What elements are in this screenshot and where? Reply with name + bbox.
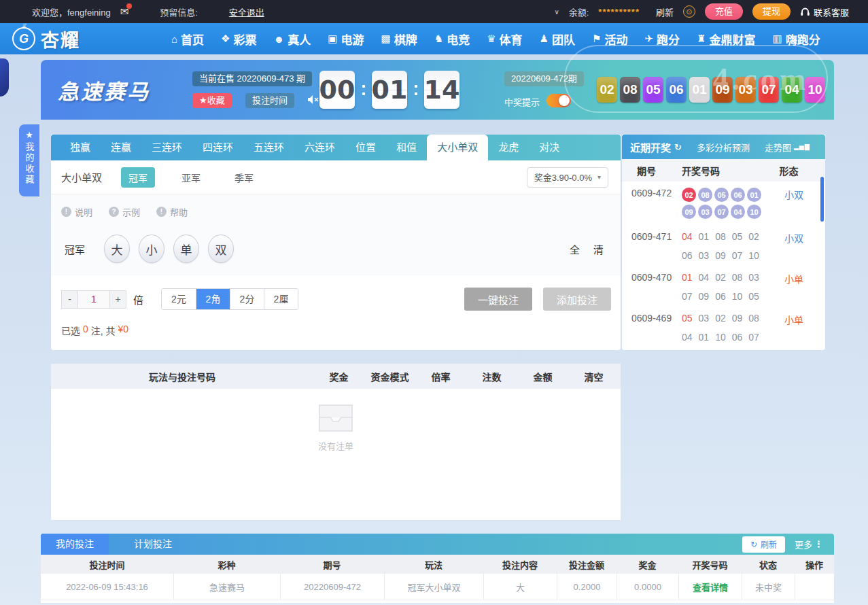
tab-lianying[interactable]: 连赢: [101, 135, 141, 160]
tab-sanlianhuan[interactable]: 三连环: [141, 135, 192, 160]
tab-silianhuan[interactable]: 四连环: [192, 135, 243, 160]
more-link[interactable]: 更多 ⋮: [795, 538, 823, 551]
balance-caret-icon[interactable]: ∨: [554, 8, 559, 16]
brand-logo[interactable]: ♕ G 杏耀: [12, 26, 80, 52]
balance-refresh-link[interactable]: 刷新: [656, 5, 674, 18]
nav-item-jinding[interactable]: ♜金鼎财富: [697, 31, 755, 48]
tab-liulianhuan[interactable]: 六连环: [294, 135, 345, 160]
nav-item-team[interactable]: ♟团队: [540, 31, 575, 48]
recent-title[interactable]: 近期开奖 ↻: [630, 140, 682, 154]
option-small[interactable]: 小: [139, 235, 164, 263]
trend-chart-link[interactable]: 走势图 ▂▅▇: [765, 141, 810, 154]
recent-results-panel: 近期开奖 ↻ 多彩分析预测 走势图 ▂▅▇ 期号 开奖号码 形态 0609-47…: [622, 135, 825, 350]
nav-item-boardgames[interactable]: ▩棋牌: [381, 31, 417, 48]
result-ball: 08: [620, 77, 640, 103]
recharge-button[interactable]: 充值: [705, 3, 743, 20]
win-tip-toggle[interactable]: [546, 94, 571, 107]
crown-icon: ♕: [21, 22, 27, 29]
bar-chart-icon: ▂▅▇: [794, 143, 810, 150]
mute-icon[interactable]: [307, 94, 319, 107]
result-ball: 02: [597, 77, 617, 103]
esports-icon: ♞: [434, 33, 443, 45]
help-bangzhu[interactable]: !帮助: [156, 205, 188, 218]
result-ball: 06: [731, 188, 745, 202]
unit-yuan[interactable]: 2元: [162, 289, 196, 309]
mail-icon[interactable]: ✉: [120, 5, 129, 18]
tab-weizhi[interactable]: 位置: [345, 135, 386, 160]
navbar: ♕ G 杏耀 ⌂首页 ❖彩票 ☻真人 ▣电游 ▩棋牌 ♞电竞 ♛体育 ♟团队 ⚑…: [0, 23, 868, 54]
tab-daxiaodanshuang[interactable]: 大小单双: [427, 135, 488, 160]
home-icon: ⌂: [171, 33, 177, 45]
nav-item-hipaofen[interactable]: ▥嗨跑分: [773, 31, 820, 48]
result-ball: 03: [735, 77, 756, 103]
countdown-hours: 00: [319, 71, 355, 109]
tab-hezhi[interactable]: 和值: [386, 135, 427, 160]
nav-item-paofen[interactable]: ✈跑分: [645, 31, 680, 48]
add-bet-button[interactable]: 添加投注: [543, 288, 611, 311]
egames-icon: ▣: [328, 33, 337, 45]
customer-service-link[interactable]: 联系客服: [800, 5, 849, 18]
unit-li[interactable]: 2厘: [264, 289, 298, 309]
nav-item-egames[interactable]: ▣电游: [328, 31, 364, 48]
position-third[interactable]: 季军: [227, 167, 261, 188]
recent-columns: 期号 开奖号码 形态: [622, 159, 825, 182]
option-odd[interactable]: 单: [173, 235, 199, 263]
table-row-partial: [41, 600, 834, 603]
help-shili[interactable]: ?示例: [109, 205, 140, 218]
team-icon: ♟: [540, 33, 549, 45]
nav-item-sports[interactable]: ♛体育: [487, 31, 522, 48]
result-row: 0609-472 02 08 05 06 01 09 03 07: [622, 182, 825, 225]
multiplier-minus-button[interactable]: -: [61, 290, 78, 309]
nav-item-lottery[interactable]: ❖彩票: [221, 31, 256, 48]
analysis-link[interactable]: 多彩分析预测: [697, 141, 750, 154]
multiplier-plus-button[interactable]: +: [109, 290, 126, 309]
tab-plan-bets[interactable]: 计划投注: [119, 534, 187, 555]
select-all-link[interactable]: 全: [570, 242, 580, 256]
result-row: 0609-471 0401080502 0603090710 小双: [622, 225, 825, 266]
helper-area: !说明 ?示例 !帮助 冠军 大 小 单 双 全: [51, 194, 621, 275]
jinding-icon: ♜: [697, 33, 706, 45]
clear-link[interactable]: 清: [593, 242, 604, 256]
tab-my-bets[interactable]: 我的投注: [41, 534, 109, 555]
tab-duijue[interactable]: 对决: [529, 135, 570, 160]
side-widget-fragment[interactable]: [0, 58, 9, 97]
option-big[interactable]: 大: [104, 235, 130, 263]
odds-dropdown[interactable]: 奖金3.90-0.0% ▾: [527, 167, 608, 188]
selected-amount: ¥0: [118, 324, 129, 337]
reserved-info-label: 预留信息:: [160, 5, 198, 18]
hipaofen-icon: ▥: [773, 33, 782, 45]
help-shuoming[interactable]: !说明: [61, 205, 92, 218]
option-even[interactable]: 双: [208, 235, 234, 263]
tab-longhu[interactable]: 龙虎: [488, 135, 529, 160]
bet-time-button[interactable]: 投注时间: [245, 93, 294, 108]
eye-icon[interactable]: ⊙: [683, 5, 695, 18]
nav-item-esports[interactable]: ♞电竞: [434, 31, 470, 48]
result-ball: 06: [666, 77, 687, 103]
unit-jiao[interactable]: 2角: [196, 289, 230, 309]
tab-wulianhuan[interactable]: 五连环: [243, 135, 294, 160]
multiplier-unit-label: 倍: [133, 292, 143, 307]
my-favorites-tab[interactable]: ★ 我的收藏: [19, 124, 39, 196]
refresh-icon[interactable]: ↻: [674, 142, 682, 152]
nav-item-home[interactable]: ⌂首页: [171, 31, 204, 48]
position-champion[interactable]: 冠军: [121, 167, 155, 188]
result-ball: 09: [712, 77, 733, 103]
countdown-minutes: 01: [372, 71, 407, 109]
gift-icon: ⚑: [592, 33, 601, 45]
favorite-button[interactable]: ★收藏: [192, 93, 232, 108]
nav-item-live[interactable]: ☻真人: [274, 31, 311, 48]
result-row: 0609-469 0503020908 0401100607 小单: [622, 307, 825, 347]
position-second[interactable]: 亚军: [174, 167, 208, 188]
view-detail-link[interactable]: 查看详情: [693, 581, 728, 593]
result-ball: 01: [747, 188, 761, 202]
bets-refresh-button[interactable]: ↻ 刷新: [742, 536, 785, 553]
tab-duying[interactable]: 独赢: [60, 135, 101, 160]
live-casino-icon: ☻: [274, 33, 285, 45]
multiplier-input[interactable]: [78, 290, 109, 309]
scrollbar-thumb[interactable]: [820, 177, 824, 222]
quick-bet-button[interactable]: 一键投注: [464, 288, 532, 311]
logout-link[interactable]: 安全退出: [229, 5, 264, 18]
nav-item-activity[interactable]: ⚑活动: [592, 31, 627, 48]
unit-fen[interactable]: 2分: [230, 289, 264, 309]
withdraw-button[interactable]: 提现: [752, 3, 791, 20]
